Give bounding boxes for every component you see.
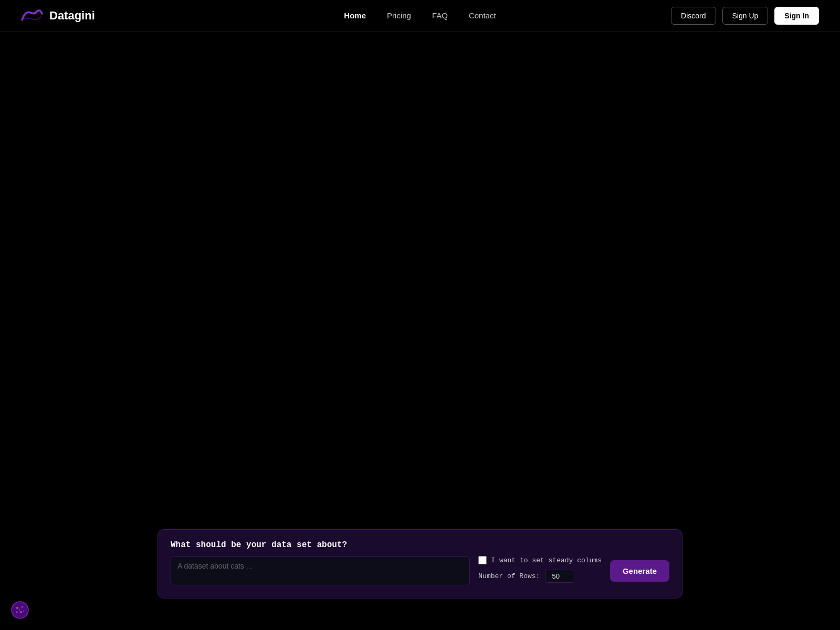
svg-point-3	[20, 611, 22, 613]
navbar: Datagini Home Pricing FAQ Contact Discor…	[0, 0, 840, 32]
nav-link-contact[interactable]: Contact	[469, 11, 496, 20]
rows-row: Number of Rows:	[478, 570, 574, 583]
checkbox-row: I want to set steady colums	[478, 556, 602, 564]
panel-title: What should be your data set about?	[171, 540, 669, 550]
rows-label: Number of Rows:	[478, 572, 540, 580]
nav-center: Home Pricing FAQ Contact	[344, 11, 496, 20]
cookie-icon[interactable]	[10, 601, 29, 620]
nav-right: Discord Sign Up Sign In	[671, 7, 819, 25]
signup-button[interactable]: Sign Up	[722, 7, 769, 25]
svg-point-2	[22, 606, 23, 608]
svg-point-6	[19, 610, 20, 611]
panel-right: I want to set steady colums Number of Ro…	[478, 556, 602, 583]
generate-button[interactable]: Generate	[610, 560, 669, 582]
svg-point-4	[16, 612, 18, 613]
nav-link-faq[interactable]: FAQ	[432, 11, 448, 20]
dataset-textarea[interactable]	[171, 556, 470, 585]
datagini-logo-icon	[21, 8, 43, 23]
signin-button[interactable]: Sign In	[774, 7, 819, 25]
svg-point-1	[16, 607, 18, 609]
dataset-panel: What should be your data set about? I wa…	[158, 529, 682, 598]
svg-point-5	[23, 611, 24, 612]
discord-button[interactable]: Discord	[671, 7, 716, 25]
main-content: What should be your data set about? I wa…	[0, 32, 840, 630]
panel-input-row: I want to set steady colums Number of Ro…	[171, 556, 669, 585]
steady-columns-checkbox[interactable]	[478, 556, 487, 564]
checkbox-label: I want to set steady colums	[491, 556, 602, 564]
nav-link-pricing[interactable]: Pricing	[387, 11, 411, 20]
rows-input[interactable]	[545, 570, 574, 583]
nav-link-home[interactable]: Home	[344, 11, 366, 20]
logo-text: Datagini	[49, 9, 95, 23]
nav-left: Datagini	[21, 8, 95, 23]
